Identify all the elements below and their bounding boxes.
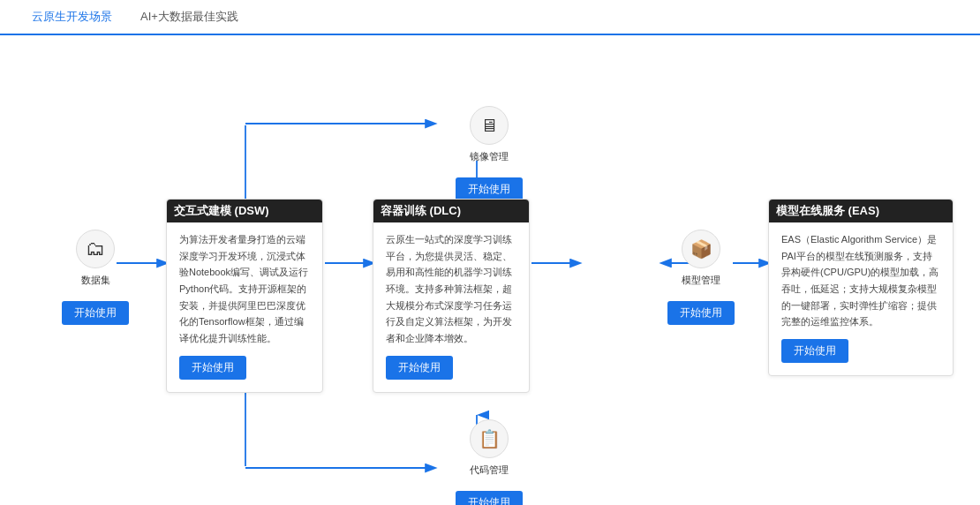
tab-ai-bigdata[interactable]: AI+大数据最佳实践 — [126, 0, 253, 35]
tab-bar: 云原生开发场景 AI+大数据最佳实践 — [0, 0, 980, 35]
image-mgmt-icon: 🖥 — [470, 106, 509, 145]
diagram: 🗂 数据集 开始使用 交互式建模 (DSW) 为算法开发者量身打造的云端深度学习… — [26, 53, 954, 486]
dsw-body: 为算法开发者量身打造的云端深度学习开发环境，沉浸式体验Notebook编写、调试… — [179, 231, 310, 347]
dsw-start-button[interactable]: 开始使用 — [179, 356, 246, 380]
dataset-icon: 🗂 — [76, 230, 115, 268]
dsw-title: 交互式建模 (DSW) — [167, 200, 322, 222]
image-mgmt-start-button[interactable]: 开始使用 — [456, 177, 523, 201]
model-mgmt-box: 📦 模型管理 开始使用 — [667, 230, 735, 325]
dataset-start-button[interactable]: 开始使用 — [62, 301, 129, 325]
code-mgmt-start-button[interactable]: 开始使用 — [456, 491, 523, 505]
code-mgmt-label: 代码管理 — [470, 464, 509, 477]
main-content: 🗂 数据集 开始使用 交互式建模 (DSW) 为算法开发者量身打造的云端深度学习… — [0, 35, 980, 503]
eas-body: EAS（Elastic Algorithm Service）是PAI平台的模型在… — [781, 231, 940, 330]
eas-card: 模型在线服务 (EAS) EAS（Elastic Algorithm Servi… — [768, 199, 954, 376]
dlc-start-button[interactable]: 开始使用 — [386, 356, 453, 380]
model-mgmt-icon: 📦 — [682, 230, 720, 268]
eas-start-button[interactable]: 开始使用 — [781, 339, 848, 363]
image-mgmt-box: 🖥 镜像管理 开始使用 — [456, 106, 523, 201]
code-mgmt-box: 📋 代码管理 开始使用 — [456, 419, 523, 505]
eas-title: 模型在线服务 (EAS) — [769, 200, 953, 222]
model-mgmt-label: 模型管理 — [682, 274, 720, 287]
dataset-label: 数据集 — [81, 274, 110, 287]
code-mgmt-icon: 📋 — [470, 419, 509, 458]
image-mgmt-label: 镜像管理 — [470, 150, 509, 163]
tab-cloud-native[interactable]: 云原生开发场景 — [18, 0, 126, 35]
dlc-card: 容器训练 (DLC) 云原生一站式的深度学习训练平台，为您提供灵活、稳定、易用和… — [373, 199, 530, 393]
model-mgmt-start-button[interactable]: 开始使用 — [667, 301, 735, 325]
dsw-card: 交互式建模 (DSW) 为算法开发者量身打造的云端深度学习开发环境，沉浸式体验N… — [166, 199, 323, 393]
dlc-title: 容器训练 (DLC) — [373, 200, 529, 222]
dlc-body: 云原生一站式的深度学习训练平台，为您提供灵活、稳定、易用和高性能的机器学习训练环… — [386, 231, 516, 347]
dataset-box: 🗂 数据集 开始使用 — [62, 230, 129, 325]
